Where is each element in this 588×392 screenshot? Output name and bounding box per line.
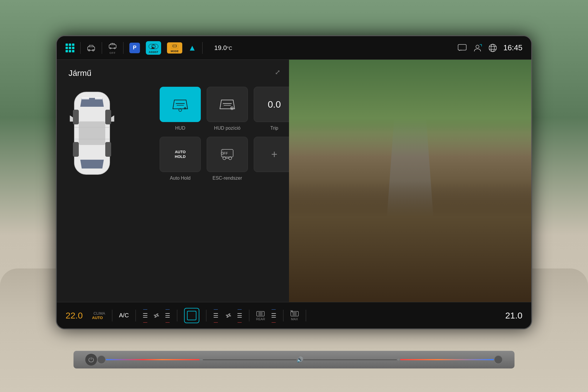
svg-point-13 bbox=[476, 45, 479, 48]
car-top-view bbox=[66, 83, 148, 230]
park-button[interactable]: P bbox=[129, 43, 140, 53]
top-bar-right: 16:45 bbox=[457, 43, 522, 53]
road-view-panel bbox=[289, 60, 531, 302]
auto-hold-control: AUTO HOLD Auto Hold bbox=[160, 137, 201, 181]
climate-bar: 22.0 CLIMA AUTO A/C — ☰ — bbox=[57, 302, 531, 328]
fan-right-icon[interactable] bbox=[224, 311, 233, 320]
svg-rect-12 bbox=[458, 44, 466, 50]
svg-rect-25 bbox=[105, 142, 111, 157]
temperature-bar-right bbox=[400, 359, 494, 360]
temperature-display: 19.0°C bbox=[214, 44, 232, 52]
assist-button[interactable]: ASSIST bbox=[146, 41, 161, 55]
max-control[interactable]: MAX bbox=[290, 310, 299, 321]
svg-point-5 bbox=[114, 48, 115, 49]
esc-control: OFF ESC-rendszer bbox=[207, 137, 248, 181]
auto-hold-text: AUTO HOLD bbox=[175, 150, 186, 159]
svg-rect-24 bbox=[73, 142, 79, 157]
hud-position-control: HUD pozíció bbox=[207, 87, 248, 131]
minus-icon[interactable]: − bbox=[200, 357, 203, 363]
svg-text:OFF: OFF bbox=[221, 151, 228, 156]
infotainment-screen: OFF P ASSIST bbox=[56, 35, 532, 329]
divider-4 bbox=[202, 42, 203, 54]
auto-hold-label: Auto Hold bbox=[170, 176, 191, 181]
controls-grid: ⚙ HUD bbox=[160, 87, 280, 181]
car-interior: OFF P ASSIST bbox=[0, 0, 588, 392]
auto-label: AUTO bbox=[92, 316, 103, 320]
max-label: MAX bbox=[291, 317, 298, 321]
road-image bbox=[289, 60, 531, 302]
power-button[interactable] bbox=[85, 354, 97, 366]
svg-rect-22 bbox=[73, 110, 79, 124]
speaker-icon: 🔊 bbox=[297, 356, 303, 363]
trip-label: Trip bbox=[270, 126, 278, 131]
expand-icon[interactable]: ⤢ bbox=[275, 69, 280, 76]
fan-speed-left[interactable]: — ☰ — bbox=[143, 307, 148, 324]
strip-btn-2[interactable] bbox=[494, 355, 503, 364]
trip-control: 0.0 Trip bbox=[254, 87, 295, 131]
top-bar-left: OFF P ASSIST bbox=[66, 41, 232, 55]
divider-1 bbox=[80, 42, 81, 54]
panel-title: Jármű bbox=[69, 69, 280, 78]
fan-speed-right-1[interactable]: — ☰ — bbox=[165, 307, 170, 324]
mode-button[interactable]: MODE bbox=[167, 42, 182, 54]
esc-button[interactable]: OFF bbox=[207, 137, 248, 172]
volume-bar-right bbox=[303, 359, 397, 360]
svg-text:⚙: ⚙ bbox=[184, 107, 186, 110]
divider-clima-2 bbox=[136, 310, 136, 321]
globe-icon[interactable] bbox=[488, 43, 497, 53]
car-icon[interactable] bbox=[86, 43, 96, 53]
clock-display: 16:45 bbox=[503, 43, 522, 52]
hud-button[interactable]: ⚙ bbox=[160, 87, 201, 122]
divider-clima-3 bbox=[177, 310, 177, 321]
rear-defroster[interactable]: REAR bbox=[256, 310, 265, 321]
acc-off-icon[interactable]: OFF bbox=[108, 41, 117, 54]
user-icon[interactable] bbox=[473, 43, 482, 53]
rear-speed[interactable]: — ☰ — bbox=[271, 307, 276, 324]
divider-clima-6 bbox=[283, 310, 283, 321]
svg-point-35 bbox=[231, 108, 233, 109]
fan-speed-right-3[interactable]: — ☰ — bbox=[237, 307, 242, 324]
top-bar: OFF P ASSIST bbox=[57, 36, 531, 60]
vehicle-panel: Jármű ⤢ bbox=[57, 60, 289, 302]
svg-point-2 bbox=[93, 49, 94, 51]
svg-point-14 bbox=[489, 44, 496, 51]
svg-rect-11 bbox=[171, 44, 178, 49]
divider-clima-7 bbox=[306, 310, 306, 321]
apps-icon[interactable] bbox=[66, 44, 74, 52]
trip-value: 0.0 bbox=[268, 99, 281, 110]
plus-strip-icon[interactable]: + bbox=[397, 357, 400, 363]
plus-icon: + bbox=[271, 148, 277, 161]
temperature-bar bbox=[106, 359, 200, 360]
hud-label: HUD bbox=[175, 126, 186, 131]
trip-button[interactable]: 0.0 bbox=[254, 87, 295, 122]
below-screen-strip: − 🔊 + bbox=[74, 351, 514, 368]
message-icon[interactable] bbox=[457, 43, 467, 53]
hud-position-label: HUD pozíció bbox=[214, 126, 240, 131]
divider-2 bbox=[102, 42, 102, 54]
hud-control: ⚙ HUD bbox=[160, 87, 201, 131]
divider-clima-5 bbox=[249, 310, 249, 321]
esc-label: ESC-rendszer bbox=[213, 176, 242, 181]
divider-3 bbox=[123, 42, 123, 54]
fan-icon[interactable] bbox=[152, 311, 161, 320]
hud-position-button[interactable] bbox=[207, 87, 248, 122]
svg-point-15 bbox=[491, 44, 494, 51]
main-content: Jármű ⤢ bbox=[57, 60, 531, 302]
fan-speed-right-2[interactable]: — ☰ — bbox=[213, 307, 218, 324]
clima-label: CLIMA bbox=[93, 311, 105, 316]
rear-label: REAR bbox=[256, 317, 265, 321]
center-screen-button[interactable] bbox=[184, 308, 199, 323]
svg-point-4 bbox=[110, 48, 111, 49]
divider-clima-1 bbox=[112, 310, 112, 321]
right-temperature: 21.0 bbox=[502, 311, 522, 321]
svg-point-1 bbox=[88, 49, 90, 51]
ac-button[interactable]: A/C bbox=[119, 312, 129, 319]
nav-arrow-icon[interactable]: ▲ bbox=[188, 43, 196, 53]
auto-hold-button[interactable]: AUTO HOLD bbox=[160, 137, 201, 172]
left-temperature: 22.0 bbox=[66, 311, 86, 321]
divider-clima-4 bbox=[206, 310, 206, 321]
svg-rect-23 bbox=[105, 110, 111, 124]
strip-btn-1[interactable] bbox=[97, 355, 106, 364]
add-control: + bbox=[254, 137, 295, 181]
add-button[interactable]: + bbox=[254, 137, 295, 172]
